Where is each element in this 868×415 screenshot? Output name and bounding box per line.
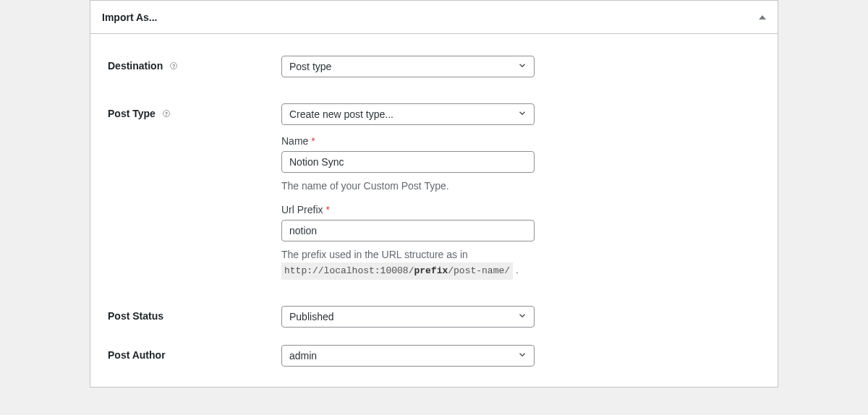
url-help-prefix: The prefix used in the URL structure as …: [281, 249, 468, 260]
import-as-panel: Import As... Destination ? Post type Pos…: [90, 0, 778, 388]
panel-title: Import As...: [102, 12, 158, 23]
required-marker: *: [326, 204, 329, 215]
url-subfield: Url Prefix * The prefix used in the URL …: [281, 204, 535, 280]
destination-label-wrap: Destination ?: [108, 56, 281, 72]
panel-header[interactable]: Import As...: [90, 1, 778, 34]
post-status-control: Published: [281, 306, 535, 328]
post-status-row: Post Status Published: [108, 306, 760, 328]
url-help: The prefix used in the URL structure as …: [281, 247, 535, 280]
post-type-label-wrap: Post Type ?: [108, 103, 281, 119]
post-author-control: admin: [281, 345, 535, 367]
destination-control: Post type: [281, 56, 535, 77]
post-status-select-wrap: Published: [281, 306, 535, 328]
post-status-label-wrap: Post Status: [108, 306, 281, 322]
url-example-post: /post-name/: [448, 265, 510, 276]
url-input[interactable]: [281, 220, 535, 241]
url-example-pre: http://localhost:10008/: [284, 265, 414, 276]
post-author-select[interactable]: admin: [281, 345, 535, 367]
panel-body: Destination ? Post type Post Type ? Crea…: [90, 34, 778, 387]
url-example: http://localhost:10008/prefix/post-name/: [281, 262, 513, 280]
post-type-row: Post Type ? Create new post type... Name…: [108, 103, 760, 280]
destination-label: Destination: [108, 60, 163, 72]
url-label: Url Prefix: [281, 204, 326, 215]
post-author-label-wrap: Post Author: [108, 345, 281, 361]
post-author-row: Post Author admin: [108, 345, 760, 367]
post-author-label: Post Author: [108, 349, 166, 361]
name-input[interactable]: [281, 151, 535, 173]
post-status-label: Post Status: [108, 310, 163, 322]
post-type-select[interactable]: Create new post type...: [281, 103, 535, 125]
destination-select[interactable]: Post type: [281, 56, 535, 77]
post-type-control: Create new post type... Name * The name …: [281, 103, 535, 280]
name-label-wrap: Name *: [281, 135, 535, 147]
name-subfield: Name * The name of your Custom Post Type…: [281, 135, 535, 194]
post-status-select[interactable]: Published: [281, 306, 535, 328]
destination-row: Destination ? Post type: [108, 56, 760, 77]
destination-select-wrap: Post type: [281, 56, 535, 77]
name-label: Name: [281, 135, 311, 147]
post-author-select-wrap: admin: [281, 345, 535, 367]
url-help-suffix: .: [513, 264, 519, 275]
name-help: The name of your Custom Post Type.: [281, 179, 535, 194]
url-label-wrap: Url Prefix *: [281, 204, 535, 215]
post-type-label: Post Type: [108, 108, 156, 119]
collapse-icon: [759, 15, 766, 20]
required-marker: *: [311, 135, 315, 147]
url-example-bold: prefix: [414, 265, 448, 276]
post-type-select-wrap: Create new post type...: [281, 103, 535, 125]
help-icon[interactable]: ?: [163, 110, 170, 117]
help-icon[interactable]: ?: [170, 62, 177, 69]
